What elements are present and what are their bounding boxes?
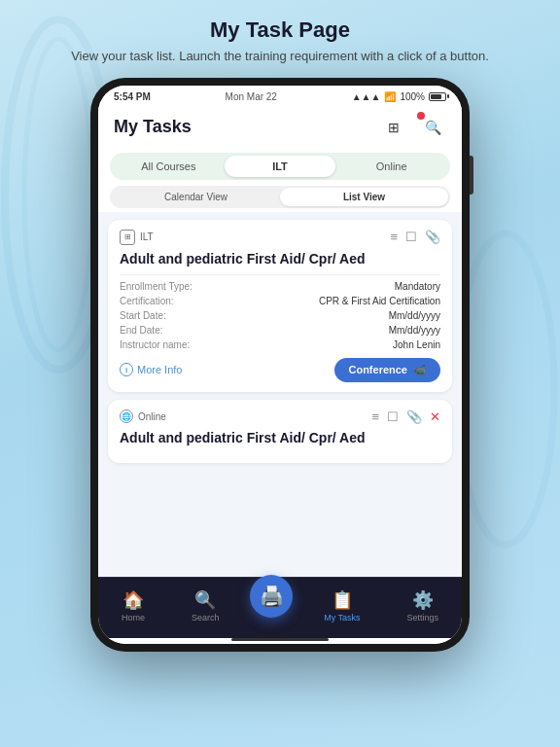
svg-point-1 — [24, 39, 92, 350]
card-actions-1: ≡ ☐ 📎 — [390, 230, 440, 244]
header-icons: ⊞ 🔍 — [380, 114, 446, 141]
ilt-type-icon: ⊞ — [120, 230, 135, 245]
card-header-1: ⊞ ILT ≡ ☐ 📎 — [120, 230, 440, 245]
page-subtitle: View your task list. Launch the training… — [71, 47, 489, 66]
notification-dot — [417, 112, 425, 120]
signal-icon: ▲▲▲ — [352, 91, 381, 102]
filter-action-1[interactable]: ≡ — [390, 230, 398, 244]
card-type-label-1: ILT — [140, 231, 154, 242]
battery-icon — [429, 92, 446, 101]
tasks-nav-icon: 📋 — [332, 589, 353, 611]
tab-group: All Courses ILT Online Calendar View Lis… — [98, 147, 462, 212]
check-action-1[interactable]: ☐ — [405, 230, 417, 244]
attachment-action-1[interactable]: 📎 — [425, 230, 440, 244]
more-info-button[interactable]: i More Info — [120, 363, 182, 376]
card-type-1: ⊞ ILT — [120, 230, 154, 245]
nav-settings[interactable]: ⚙️ Settings — [391, 586, 454, 626]
content-area: ⊞ ILT ≡ ☐ 📎 Adult and pediatric First Ai… — [98, 212, 462, 577]
detail-value-cert: CPR & First Aid Certification — [319, 296, 440, 306]
more-info-label: More Info — [137, 364, 182, 375]
app-header: My Tasks ⊞ 🔍 — [98, 106, 462, 147]
status-bar: 5:54 PM Mon Mar 22 ▲▲▲ 📶 100% — [98, 86, 462, 106]
home-indicator — [98, 638, 462, 644]
check-action-2[interactable]: ☐ — [387, 409, 399, 424]
card-title-1: Adult and pediatric First Aid/ Cpr/ Aed — [120, 251, 440, 267]
detail-enddate: End Date: Mm/dd/yyyy — [120, 325, 440, 336]
conference-video-icon: 📹 — [413, 364, 427, 376]
online-type-icon: 🌐 — [120, 409, 133, 423]
calendar-view-btn[interactable]: Calendar View — [112, 188, 280, 206]
card-actions-2: ≡ ☐ 📎 ✕ — [371, 409, 440, 424]
nav-search-label: Search — [192, 613, 220, 622]
page-title: My Task Page — [71, 18, 489, 43]
signal-strength: 100% — [400, 91, 425, 102]
device-shell: 5:54 PM Mon Mar 22 ▲▲▲ 📶 100% My Tasks ⊞… — [90, 78, 470, 652]
nav-tasks-label: My Tasks — [324, 613, 360, 622]
card-type-2: 🌐 Online — [120, 409, 166, 423]
card-title-2: Adult and pediatric First Aid/ Cpr/ Aed — [120, 430, 440, 445]
task-card-2: 🌐 Online ≡ ☐ 📎 ✕ Adult and pediatric Fir… — [108, 400, 452, 463]
app-title: My Tasks — [114, 117, 192, 137]
course-type-tabs: All Courses ILT Online — [110, 153, 450, 180]
side-button — [470, 156, 473, 195]
list-view-btn[interactable]: List View — [280, 188, 448, 206]
fab-icon: 🖨️ — [260, 585, 284, 608]
detail-instructor: Instructor name: John Lenin — [120, 339, 440, 350]
card-header-2: 🌐 Online ≡ ☐ 📎 ✕ — [120, 409, 440, 424]
conference-button[interactable]: Conference 📹 — [334, 358, 440, 382]
nav-settings-label: Settings — [406, 613, 438, 622]
wifi-icon: 📶 — [384, 91, 396, 102]
detail-value-enrollment: Mandatory — [395, 281, 440, 292]
detail-label-cert: Certification: — [120, 296, 174, 306]
grid-view-button[interactable]: ⊞ — [380, 114, 407, 141]
detail-certification: Certification: CPR & First Aid Certifica… — [120, 296, 440, 306]
nav-home[interactable]: 🏠 Home — [106, 586, 160, 626]
tab-ilt[interactable]: ILT — [225, 156, 336, 177]
status-time: 5:54 PM — [114, 91, 151, 102]
attachment-action-2[interactable]: 📎 — [406, 409, 422, 424]
nav-search[interactable]: 🔍 Search — [176, 586, 235, 626]
svg-point-2 — [457, 233, 554, 545]
detail-label-end: End Date: — [120, 325, 162, 336]
status-date: Mon Mar 22 — [226, 91, 277, 102]
card-type-label-2: Online — [138, 411, 166, 422]
detail-value-end: Mm/dd/yyyy — [389, 325, 440, 336]
card-divider-1 — [120, 274, 440, 275]
filter-action-2[interactable]: ≡ — [371, 409, 379, 424]
tab-all-courses[interactable]: All Courses — [113, 156, 225, 177]
detail-enrollment: Enrollment Type: Mandatory — [120, 281, 440, 292]
detail-label-start: Start Date: — [120, 310, 166, 321]
device-screen: 5:54 PM Mon Mar 22 ▲▲▲ 📶 100% My Tasks ⊞… — [98, 86, 462, 644]
info-icon: i — [120, 363, 133, 376]
search-nav-icon: 🔍 — [194, 589, 216, 611]
nav-fab-button[interactable]: 🖨️ — [250, 575, 293, 618]
detail-startdate: Start Date: Mm/dd/yyyy — [120, 310, 440, 321]
detail-label-instructor: Instructor name: — [120, 339, 190, 350]
conference-label: Conference — [348, 364, 407, 375]
home-icon: 🏠 — [122, 589, 144, 611]
delete-action-2[interactable]: ✕ — [430, 409, 440, 424]
tab-online[interactable]: Online — [335, 156, 447, 177]
status-right: ▲▲▲ 📶 100% — [352, 91, 446, 102]
detail-value-start: Mm/dd/yyyy — [389, 310, 440, 321]
nav-home-label: Home — [122, 613, 145, 622]
nav-mytasks[interactable]: 📋 My Tasks — [308, 586, 375, 626]
view-toggle: Calendar View List View — [110, 186, 450, 208]
bottom-nav: 🏠 Home 🔍 Search 🖨️ 📋 My Tasks ⚙️ Setting… — [98, 577, 462, 638]
detail-value-instructor: John Lenin — [393, 339, 440, 350]
page-header: My Task Page View your task list. Launch… — [42, 0, 518, 78]
home-bar — [231, 638, 329, 641]
task-card-1: ⊞ ILT ≡ ☐ 📎 Adult and pediatric First Ai… — [108, 220, 452, 392]
detail-label-enrollment: Enrollment Type: — [120, 281, 192, 292]
card-footer-1: i More Info Conference 📹 — [120, 358, 440, 382]
settings-nav-icon: ⚙️ — [412, 589, 434, 611]
